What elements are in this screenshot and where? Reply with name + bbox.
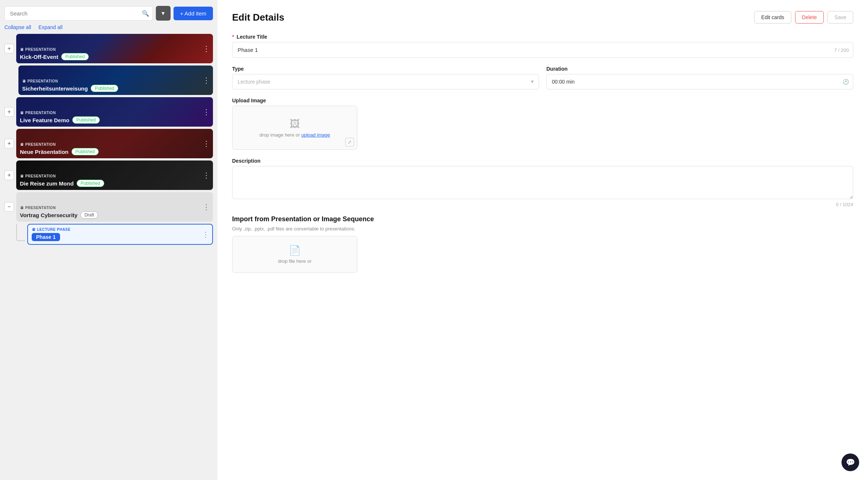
monitor-icon: 🖥 <box>20 47 24 52</box>
card-title-row: Neue Präsentation Published <box>20 148 209 155</box>
file-dropzone[interactable]: 📄 drop file here or <box>232 236 357 273</box>
card-title: Neue Präsentation <box>20 149 69 155</box>
expand-all-button[interactable]: Expand all <box>38 24 62 30</box>
presentation-card-reise[interactable]: 🖥 PRESENTATION Die Reise zum Mond Publis… <box>16 160 213 190</box>
card-title-row: Die Reise zum Mond Published <box>20 180 209 187</box>
list-item: + 🖥 PRESENTATION Neue Präsentation Publi… <box>4 129 213 158</box>
card-more-button[interactable]: ⋮ <box>203 45 210 52</box>
type-select[interactable]: Lecture phase <box>232 74 539 89</box>
status-badge: Published <box>77 180 104 187</box>
list-item: 🖥 PRESENTATION Sicherheitsunterweisung P… <box>4 66 213 95</box>
lecture-title-label: * Lecture Title <box>232 34 853 40</box>
duration-input-wrapper: 🕐 <box>546 74 853 89</box>
type-label: Type <box>232 66 539 72</box>
lecture-title-input[interactable] <box>232 42 853 58</box>
delete-button[interactable]: Delete <box>795 11 824 24</box>
toggle-button-neue[interactable]: + <box>4 139 14 148</box>
clock-icon: 🕐 <box>843 79 849 85</box>
status-badge: Published <box>61 53 89 60</box>
monitor-icon: 🖥 <box>20 142 24 147</box>
lecture-phase-title: Phase 1 <box>32 233 60 241</box>
filter-icon: ▼ <box>161 10 166 16</box>
presentation-card-sicherheit[interactable]: 🖥 PRESENTATION Sicherheitsunterweisung P… <box>18 66 213 95</box>
import-hint: Only .zip, .pptx, .pdf files are convert… <box>232 226 853 232</box>
title-character-counter: 7 / 200 <box>834 47 849 53</box>
presentation-card-vortrag[interactable]: 🖥 PRESENTATION Vortrag Cybersecurity Dra… <box>16 192 213 222</box>
monitor-icon: 🖥 <box>20 206 24 210</box>
status-badge: Published <box>71 148 99 155</box>
list-item: − 🖥 PRESENTATION Vortrag Cybersecurity D… <box>4 192 213 222</box>
search-input[interactable] <box>4 6 153 21</box>
import-section-title: Import from Presentation or Image Sequen… <box>232 215 853 223</box>
presentation-list: + 🖥 PRESENTATION Kick-Off-Event Publishe… <box>4 34 213 247</box>
save-button[interactable]: Save <box>827 11 853 24</box>
card-title: Kick-Off-Event <box>20 54 58 60</box>
toggle-button-live[interactable]: + <box>4 107 14 117</box>
card-title: Vortrag Cybersecurity <box>20 212 77 218</box>
description-group: Description 0 / 1024 <box>232 158 853 207</box>
search-row: 🔍 ▼ + Add item <box>4 6 213 21</box>
status-badge: Published <box>72 116 100 124</box>
card-more-button[interactable]: ⋮ <box>203 140 210 147</box>
import-section: Import from Presentation or Image Sequen… <box>232 215 853 273</box>
sub-item-line <box>16 224 25 241</box>
list-item: + 🖥 PRESENTATION Live Feature Demo Publi… <box>4 97 213 127</box>
chat-bubble-button[interactable]: 💬 <box>841 453 859 471</box>
collapse-all-button[interactable]: Collapse all <box>4 24 31 30</box>
card-content: 🖥 PRESENTATION Kick-Off-Event Published <box>16 45 213 63</box>
upload-image-link[interactable]: upload image <box>301 132 330 138</box>
chat-icon: 💬 <box>846 458 855 467</box>
add-item-button[interactable]: + Add item <box>174 7 213 20</box>
card-type-label: 🖥 PRESENTATION <box>20 174 209 178</box>
toggle-button-reise[interactable]: + <box>4 170 14 180</box>
expand-icon: ⤢ <box>348 140 351 145</box>
card-title: Sicherheitsunterweisung <box>22 85 88 92</box>
upload-image-label: Upload Image <box>232 98 853 103</box>
card-content: 🖥 PRESENTATION Die Reise zum Mond Publis… <box>16 171 213 190</box>
card-title-row: Live Feature Demo Published <box>20 116 209 124</box>
left-panel: 🔍 ▼ + Add item Collapse all Expand all +… <box>0 0 217 480</box>
drop-file-text: drop file here or <box>278 258 311 264</box>
card-title-row: Vortrag Cybersecurity Draft <box>20 211 209 219</box>
expand-image-button[interactable]: ⤢ <box>345 138 354 147</box>
toggle-button-vortrag[interactable]: − <box>4 202 14 212</box>
lecture-phase-type-label: 🖥 LECTURE PHASE <box>32 227 209 232</box>
card-title: Live Feature Demo <box>20 117 69 123</box>
duration-input[interactable] <box>546 74 853 89</box>
monitor-icon: 🖥 <box>32 227 36 232</box>
required-indicator: * <box>232 34 234 40</box>
image-dropzone[interactable]: 🖼 drop image here or upload image ⤢ <box>232 106 357 150</box>
search-icon-button[interactable]: 🔍 <box>142 10 149 17</box>
presentation-card-live[interactable]: 🖥 PRESENTATION Live Feature Demo Publish… <box>16 97 213 127</box>
card-more-button[interactable]: ⋮ <box>203 108 210 116</box>
card-more-button[interactable]: ⋮ <box>203 172 210 179</box>
filter-button[interactable]: ▼ <box>156 6 171 21</box>
card-type-label: 🖥 PRESENTATION <box>20 47 209 52</box>
card-type-label: 🖥 PRESENTATION <box>22 79 209 83</box>
lecture-phase-card[interactable]: 🖥 LECTURE PHASE Phase 1 ⋮ <box>27 224 213 245</box>
edit-cards-button[interactable]: Edit cards <box>754 11 791 24</box>
card-type-label: 🖥 PRESENTATION <box>20 142 209 147</box>
collapse-expand-row: Collapse all Expand all <box>4 24 213 30</box>
presentation-card-neue[interactable]: 🖥 PRESENTATION Neue Präsentation Publish… <box>16 129 213 158</box>
description-textarea[interactable] <box>232 166 853 199</box>
monitor-icon: 🖥 <box>20 174 24 178</box>
drop-image-text: drop image here or upload image <box>259 132 330 138</box>
card-type-label: 🖥 PRESENTATION <box>20 111 209 115</box>
type-group: Type Lecture phase ▼ <box>232 66 539 89</box>
presentation-card-kickoff[interactable]: 🖥 PRESENTATION Kick-Off-Event Published … <box>16 34 213 63</box>
sub-item-row: 🖥 LECTURE PHASE Phase 1 ⋮ <box>16 224 213 245</box>
title-input-wrapper: 7 / 200 <box>232 42 853 58</box>
search-input-wrapper: 🔍 <box>4 6 153 21</box>
toggle-button-kickoff[interactable]: + <box>4 44 14 53</box>
card-more-button[interactable]: ⋮ <box>203 203 210 211</box>
card-content: 🖥 PRESENTATION Neue Präsentation Publish… <box>16 140 213 158</box>
card-title: Die Reise zum Mond <box>20 180 74 187</box>
lecture-title-group: * Lecture Title 7 / 200 <box>232 34 853 58</box>
card-more-button[interactable]: ⋮ <box>203 77 210 84</box>
lecture-phase-more-button[interactable]: ⋮ <box>202 230 209 239</box>
monitor-icon: 🖥 <box>20 111 24 115</box>
page-title: Edit Details <box>232 12 284 23</box>
image-placeholder-icon: 🖼 <box>290 118 300 130</box>
upload-image-group: Upload Image 🖼 drop image here or upload… <box>232 98 853 150</box>
